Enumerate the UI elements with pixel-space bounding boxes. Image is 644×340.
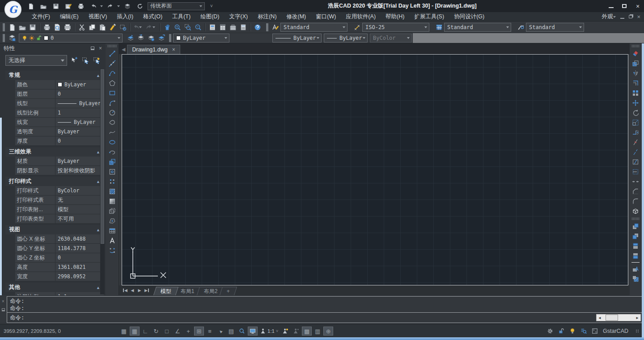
draw-rectangle-button[interactable] [106,88,119,98]
draw-gradient-button[interactable] [106,196,119,206]
offset-button[interactable] [630,78,641,88]
join-button[interactable] [630,177,641,187]
ortho-toggle[interactable]: ∟ [140,327,150,336]
section-general[interactable]: 常规▲ [5,71,104,80]
section-plot-style[interactable]: 打印样式▲ [5,177,104,186]
menu-text[interactable]: 文字(X) [225,12,253,21]
menu-view[interactable]: 视图(V) [84,12,112,21]
properties-scrollbar[interactable] [100,69,105,294]
draw-point-button[interactable] [106,177,119,187]
draw-mtext-button[interactable] [106,236,119,246]
hatch-to-back-button[interactable] [630,274,641,284]
document-tab[interactable]: Drawing1.dwg × [127,45,180,54]
panel-close-icon[interactable]: × [99,45,102,51]
draworder-back-button[interactable] [630,231,641,241]
selection-filter-combo[interactable]: 无选择 [5,55,67,66]
tips-bulb-icon[interactable] [569,328,576,334]
maximize-button[interactable] [621,3,628,9]
osnap-toggle[interactable]: □ [162,327,172,336]
toolbar-grip[interactable] [169,34,171,42]
draw-polyline-button[interactable] [106,68,119,78]
menu-window[interactable]: 窗口(W) [311,12,341,21]
grid-toggle[interactable]: ▦ [130,327,140,336]
lineweight-combo[interactable]: ByLayer [324,34,368,42]
menu-edit[interactable]: 编辑(E) [55,12,84,21]
zoom-previous-button[interactable] [193,22,203,32]
break-at-point-button[interactable] [630,137,641,147]
snap-toggle[interactable]: ▦ [119,327,129,336]
toolbar-grip[interactable] [3,34,5,42]
file-new-button[interactable] [7,22,17,32]
ui-lock-icon[interactable] [558,328,564,334]
copy-button[interactable] [87,22,97,32]
tab-scroll-left-icon[interactable]: ◀ [122,47,125,52]
toolbar-grip[interactable] [108,45,116,47]
appearance-menu[interactable]: 外观 [602,13,616,21]
find-icon[interactable] [580,328,587,334]
gstarcad-menu-button[interactable]: GstarCAD [603,328,628,334]
dim-style-icon[interactable] [352,22,362,32]
quick-properties-toggle[interactable] [237,327,247,336]
scroll-right-icon[interactable]: ▶ [634,316,640,320]
prev-layout-button[interactable]: ◀ [129,288,136,293]
help-button[interactable] [252,22,263,32]
chamfer-button[interactable] [630,187,641,196]
menu-express-tools[interactable]: 扩展工具(S) [409,12,449,21]
menu-insert[interactable]: 插入(I) [112,12,138,21]
mdi-minimize-button[interactable] [620,18,624,19]
layer-previous-button[interactable] [136,33,146,43]
settings-gear-icon[interactable] [547,328,553,334]
section-view[interactable]: 视图▲ [5,225,104,234]
toolbar-grip[interactable] [632,217,639,220]
rotate-button[interactable] [630,108,641,118]
draw-ellipse-button[interactable] [106,137,119,147]
mdi-close-button[interactable]: × [637,13,640,20]
minimize-button[interactable] [607,3,614,9]
toolbar-grip[interactable] [3,23,5,31]
text-to-front-button[interactable] [630,264,641,274]
mleader-style-icon[interactable] [516,22,526,32]
workspace-switch-button[interactable]: ▩ [302,327,312,336]
draworder-under-button[interactable] [630,251,641,261]
menu-draw[interactable]: 绘图(D) [195,12,224,21]
menu-collaboration[interactable]: 协同设计(G) [449,12,489,21]
section-3d-effects[interactable]: 三维效果▲ [5,147,104,157]
scroll-left-icon[interactable]: ◀ [597,316,603,320]
menu-express-apps[interactable]: 应用软件(A) [341,12,381,21]
annotation-scale-button[interactable]: 1:1 ˅ [258,327,280,336]
scroll-thumb[interactable] [606,314,618,321]
tab-close-icon[interactable]: × [172,47,175,53]
first-layout-button[interactable]: ◀ [122,288,129,293]
layer-properties-manager-button[interactable] [7,33,17,43]
add-selected-button[interactable] [106,246,119,255]
break-button[interactable] [630,147,641,157]
explode-button[interactable] [630,206,641,216]
menu-format[interactable]: 格式(O) [138,12,167,21]
table-style-combo[interactable]: Standard [444,23,511,32]
table-style-icon[interactable] [434,22,444,32]
close-button[interactable]: × [634,3,641,9]
toggle-pickadd-button[interactable] [70,55,78,65]
purge-button[interactable] [118,22,128,32]
menu-modify[interactable]: 修改(M) [282,12,311,21]
draw-xline-button[interactable] [106,59,119,68]
layer-isolate-button[interactable] [146,33,156,43]
mdi-restore-button[interactable] [629,15,632,18]
pan-button[interactable] [162,22,172,32]
menu-dimension[interactable]: 标注(N) [253,12,281,21]
app-logo-icon[interactable]: G [4,1,21,18]
draw-spline-button[interactable] [106,128,119,137]
quick-select-button[interactable] [93,55,101,65]
trim-button[interactable] [630,157,641,167]
zoom-realtime-button[interactable] [172,22,182,32]
match-properties-button[interactable] [107,22,118,32]
undo-icon[interactable] [89,1,98,11]
layer-combo[interactable]: 0 [19,34,123,42]
color-combo[interactable]: ByLayer [173,34,229,42]
dim-style-combo[interactable]: ISO-25 [362,23,429,32]
otrack-toggle[interactable]: ∠ [173,327,182,336]
make-object-layer-current-button[interactable] [125,33,136,43]
sheet-set-button[interactable] [207,22,217,32]
draw-ellipse-arc-button[interactable] [106,147,119,157]
annotation-visibility-toggle[interactable] [280,327,290,336]
